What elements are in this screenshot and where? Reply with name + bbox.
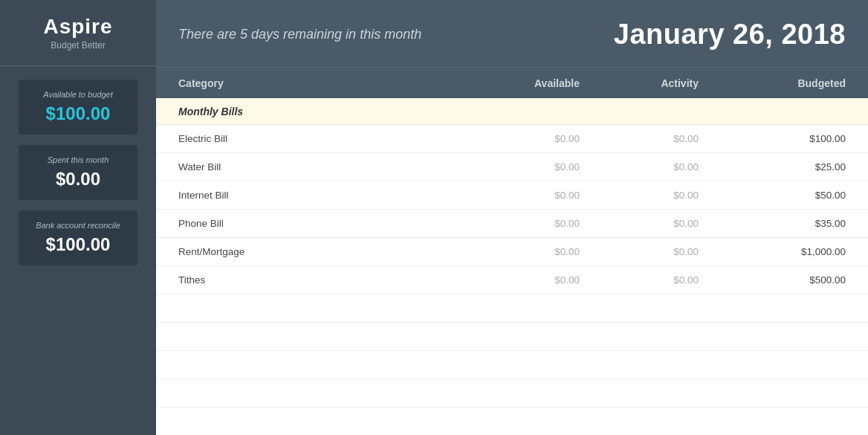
header: There are 5 days remaining in this month… (156, 0, 868, 67)
table-row[interactable]: Electric Bill $0.00 $0.00 $100.00 (156, 125, 868, 153)
cell-activity: $0.00 (580, 274, 699, 286)
header-date: January 26, 2018 (614, 19, 846, 51)
logo-area: Aspire Budget Better (43, 15, 112, 51)
app-subtitle: Budget Better (43, 40, 112, 51)
table-row[interactable]: Phone Bill $0.00 $0.00 $35.00 (156, 210, 868, 238)
header-subtitle: There are 5 days remaining in this month (178, 27, 421, 42)
col-header-available: Available (461, 77, 580, 89)
cell-budgeted: $500.00 (699, 274, 846, 286)
cell-activity: $0.00 (580, 133, 699, 144)
cell-category: Water Bill (178, 161, 461, 173)
group-header-0[interactable]: Monthly Bills (156, 98, 868, 125)
cell-activity: $0.00 (580, 246, 699, 257)
col-header-category: Category (178, 77, 461, 89)
sidebar-card-label-0: Available to budget (30, 90, 126, 99)
cell-activity: $0.00 (580, 161, 699, 173)
cell-budgeted: $50.00 (699, 190, 846, 201)
cell-budgeted: $100.00 (699, 133, 846, 144)
table-row[interactable]: Internet Bill $0.00 $0.00 $50.00 (156, 181, 868, 210)
app-title: Aspire (43, 15, 112, 39)
cell-budgeted: $25.00 (699, 161, 846, 173)
sidebar-card-1: Spent this month $0.00 (19, 145, 137, 200)
group-header-label-0: Monthly Bills (178, 106, 461, 117)
cell-available: $0.00 (461, 161, 580, 173)
cell-available: $0.00 (461, 133, 580, 144)
empty-row (156, 294, 868, 323)
cell-category: Electric Bill (178, 133, 461, 144)
sidebar: Aspire Budget Better Available to budget… (0, 0, 156, 435)
table-row[interactable]: Water Bill $0.00 $0.00 $25.00 (156, 153, 868, 181)
empty-row (156, 323, 868, 351)
sidebar-card-label-1: Spent this month (30, 155, 126, 164)
sidebar-cards: Available to budget $100.00 Spent this m… (19, 80, 137, 276)
sidebar-card-value-2: $100.00 (30, 234, 126, 255)
cell-budgeted: $35.00 (699, 218, 846, 229)
empty-row (156, 351, 868, 379)
cell-activity: $0.00 (580, 190, 699, 201)
table-row[interactable]: Tithes $0.00 $0.00 $500.00 (156, 266, 868, 294)
cell-activity: $0.00 (580, 218, 699, 229)
cell-category: Rent/Mortgage (178, 246, 461, 257)
sidebar-divider (0, 65, 156, 66)
empty-row (156, 379, 868, 407)
col-header-budgeted: Budgeted (699, 77, 846, 89)
cell-category: Phone Bill (178, 218, 461, 229)
table-row[interactable]: Rent/Mortgage $0.00 $0.00 $1,000.00 (156, 238, 868, 266)
cell-available: $0.00 (461, 246, 580, 257)
sidebar-card-value-1: $0.00 (30, 169, 126, 190)
column-headers: Category Available Activity Budgeted (156, 67, 868, 98)
col-header-activity: Activity (580, 77, 699, 89)
cell-category: Tithes (178, 274, 461, 286)
sidebar-card-0: Available to budget $100.00 (19, 80, 137, 135)
cell-budgeted: $1,000.00 (699, 246, 846, 257)
cell-category: Internet Bill (178, 190, 461, 201)
sidebar-card-value-0: $100.00 (30, 103, 126, 124)
cell-available: $0.00 (461, 190, 580, 201)
cell-available: $0.00 (461, 274, 580, 286)
budget-table[interactable]: Monthly Bills Electric Bill $0.00 $0.00 … (156, 98, 868, 435)
sidebar-card-label-2: Bank account reconcile (30, 221, 126, 230)
cell-available: $0.00 (461, 218, 580, 229)
empty-row (156, 407, 868, 435)
main-content: There are 5 days remaining in this month… (156, 0, 868, 435)
sidebar-card-2: Bank account reconcile $100.00 (19, 210, 137, 265)
